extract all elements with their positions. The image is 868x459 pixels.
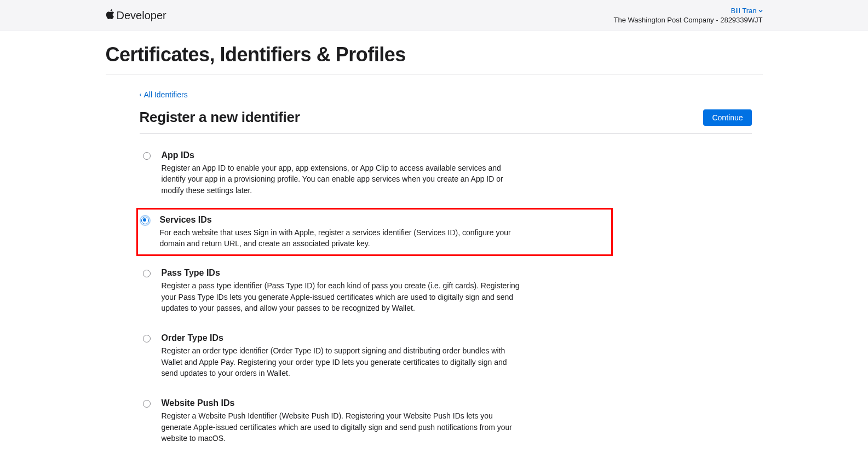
option-title: Services IDs: [160, 215, 521, 225]
option-title: Pass Type IDs: [162, 268, 523, 278]
option-title: App IDs: [162, 150, 523, 160]
option-title: Order Type IDs: [162, 333, 523, 343]
breadcrumb-label: All Identifiers: [144, 90, 188, 99]
option-app-ids[interactable]: App IDsRegister an App ID to enable your…: [140, 148, 610, 198]
radio-services-ids[interactable]: [141, 217, 149, 224]
radio-website-push-ids[interactable]: [143, 400, 151, 408]
option-pass-type-ids[interactable]: Pass Type IDsRegister a pass type identi…: [140, 266, 610, 316]
option-order-type-ids[interactable]: Order Type IDsRegister an order type ide…: [140, 331, 610, 381]
option-content: Website Push IDsRegister a Website Push …: [162, 398, 523, 444]
option-title: Website Push IDs: [162, 398, 523, 408]
option-content: Order Type IDsRegister an order type ide…: [162, 333, 523, 379]
option-website-push-ids[interactable]: Website Push IDsRegister a Website Push …: [140, 396, 610, 446]
option-description: For each website that uses Sign in with …: [160, 227, 521, 249]
radio-order-type-ids[interactable]: [143, 335, 151, 342]
apple-icon: [106, 9, 114, 22]
continue-button[interactable]: Continue: [703, 109, 751, 126]
top-header: Developer Bill Tran The Washington Post …: [0, 0, 868, 31]
identifier-type-list: App IDsRegister an App ID to enable your…: [140, 148, 752, 459]
option-content: Services IDsFor each website that uses S…: [160, 215, 521, 249]
sub-title: Register a new identifier: [140, 109, 300, 126]
option-content: App IDsRegister an App ID to enable your…: [162, 150, 523, 196]
option-description: Register a Website Push Identifier (Webs…: [162, 410, 523, 444]
account-name-dropdown[interactable]: Bill Tran: [731, 7, 763, 15]
page-title: Certificates, Identifiers & Profiles: [106, 31, 763, 74]
account-name-text: Bill Tran: [731, 7, 757, 15]
option-content: Pass Type IDsRegister a pass type identi…: [162, 268, 523, 313]
account-block: Bill Tran The Washington Post Company - …: [614, 7, 763, 24]
brand-logo[interactable]: Developer: [106, 9, 166, 22]
option-description: Register a pass type identifier (Pass Ty…: [162, 280, 523, 313]
chevron-left-icon: ‹: [140, 91, 142, 98]
brand-text: Developer: [117, 9, 166, 22]
option-description: Register an App ID to enable your app, a…: [162, 162, 523, 196]
option-services-ids[interactable]: Services IDsFor each website that uses S…: [136, 208, 613, 257]
radio-pass-type-ids[interactable]: [143, 270, 151, 277]
account-org-text: The Washington Post Company - 2829339WJT: [614, 16, 763, 24]
breadcrumb-all-identifiers[interactable]: ‹ All Identifiers: [140, 90, 188, 99]
chevron-down-icon: [758, 7, 763, 15]
radio-app-ids[interactable]: [143, 152, 151, 160]
option-description: Register an order type identifier (Order…: [162, 345, 523, 379]
